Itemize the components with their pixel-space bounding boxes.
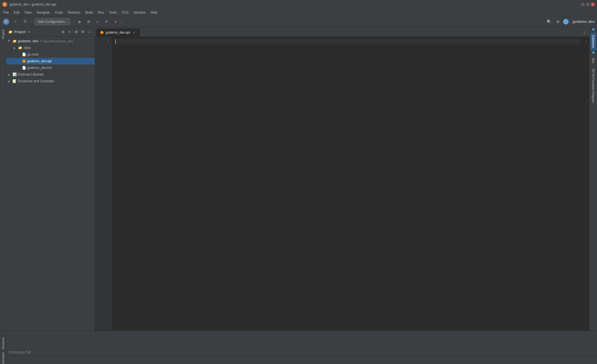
toolbar-sep-2 [73, 19, 73, 24]
ext-libs-arrow: ▶ [7, 73, 11, 76]
title-bar: G godemo_dev - godemo_dev.api — □ ✕ [0, 0, 597, 9]
close-button[interactable]: ✕ [591, 3, 595, 6]
project-side-tab[interactable]: Project [0, 27, 6, 41]
status-text: CSDN 粒&&乃居 [8, 350, 31, 355]
toolbar-sep-1 [32, 19, 32, 24]
menu-bar: File Edit View Navigate Code Refactor Bu… [0, 9, 597, 16]
sidebar-settings-button[interactable]: ⚙ [80, 29, 86, 35]
stop-button[interactable]: ■ [112, 18, 119, 25]
toolbar-sep-3 [122, 19, 122, 24]
right-panel-strip: Database Bito BPVN-Flowable-Diagram [589, 27, 597, 331]
line-numbers: 1 [95, 37, 112, 331]
menu-tools[interactable]: Tools [107, 10, 119, 15]
tabs-more-button[interactable]: ⋮ [581, 29, 588, 36]
tree-item-idea[interactable]: ▶ 📁 .idea [6, 44, 95, 51]
sidebar-tree: ▶ 📁 godemo_dev F:\gocode\godemo_dev ▶ 📁 … [6, 37, 95, 331]
tree-item-external-libs[interactable]: ▶ 📊 External Libraries [6, 71, 95, 78]
ext-libs-label: External Libraries [18, 73, 44, 76]
scratches-label: Scratches and Consoles [18, 79, 54, 83]
menu-run[interactable]: Run [96, 10, 106, 15]
bookmarks-left-strip: Bookmarks [0, 356, 6, 364]
sidebar-locate-button[interactable]: ⊕ [60, 29, 66, 35]
app-logo: G [2, 2, 7, 7]
maximize-button[interactable]: □ [586, 3, 590, 6]
title-bar-controls: — □ ✕ [581, 3, 595, 6]
minimize-button[interactable]: — [581, 3, 585, 6]
gutter-checkmark: ✓ [584, 39, 589, 44]
profile-button[interactable]: ⟳ [103, 18, 110, 25]
tree-item-api[interactable]: ▶ 🔶 godemo_dev.api [6, 58, 95, 64]
editor-area: 🔶 godemo_dev.api ✕ ⋮ 1 ✓ [95, 27, 589, 331]
root-label: godemo_dev [18, 39, 38, 43]
text-cursor [115, 39, 116, 44]
tab-api-icon: 🔶 [100, 31, 104, 34]
main-content: Project 📁 Project ▼ ⊕ ≡ ⊞ ⚙ — ▶ 📁 godemo… [0, 27, 597, 331]
update-button[interactable]: ↻ [21, 18, 29, 26]
bookmarks-strip: Bookmarks [0, 356, 597, 364]
sidebar-collapse-button[interactable]: ≡ [66, 29, 73, 35]
bookmarks-label[interactable]: Bookmarks [0, 350, 6, 364]
menu-view[interactable]: View [22, 10, 34, 15]
gomod-file-icon: 📄 [22, 52, 26, 57]
line-number-1: 1 [107, 39, 109, 44]
menu-file[interactable]: File [1, 10, 11, 15]
left-panel-strip: Project [0, 27, 6, 331]
iml-file-icon: 📄 [22, 66, 26, 70]
scratches-arrow: ▶ [7, 79, 11, 83]
gomod-label: go.mod [27, 53, 38, 56]
api-file-icon: 🔶 [22, 59, 26, 63]
tab-api-label: godemo_dev.api [106, 31, 130, 34]
title-bar-left: G godemo_dev - godemo_dev.api [2, 2, 56, 7]
idea-label: .idea [23, 46, 31, 50]
editor-text-area[interactable] [112, 37, 584, 331]
menu-help[interactable]: Help [148, 10, 160, 15]
bottom-panel: Structure CSDN 粒&&乃居 [0, 331, 597, 356]
cursor-line-1 [115, 39, 580, 44]
run-button[interactable]: ▶ [76, 18, 83, 25]
menu-refactor[interactable]: Refactor [66, 10, 83, 15]
menu-navigate[interactable]: Navigate [34, 10, 52, 15]
sidebar: 📁 Project ▼ ⊕ ≡ ⊞ ⚙ — ▶ 📁 godemo_dev F:\… [6, 27, 95, 331]
tree-item-iml[interactable]: ▶ 📄 godemo_dev.iml [6, 64, 95, 71]
search-button[interactable]: 🔍 [545, 18, 553, 26]
root-path: F:\gocode\godemo_dev [41, 39, 73, 43]
add-configuration-button[interactable]: Add Configuration... [35, 18, 70, 25]
bito-dot [592, 51, 594, 54]
database-tab[interactable]: Database [591, 33, 596, 50]
flowable-tab[interactable]: BPVN-Flowable-Diagram [591, 67, 596, 105]
build-button[interactable]: ⊞ [85, 18, 92, 25]
avatar-icon: U [3, 19, 9, 25]
sidebar-hide-button[interactable]: — [86, 29, 93, 35]
tab-api-close[interactable]: ✕ [132, 30, 136, 35]
ext-libs-icon: 📊 [12, 72, 17, 77]
editor-tabs: 🔶 godemo_dev.api ✕ ⋮ [95, 27, 589, 37]
settings-button[interactable]: ⚙ [554, 18, 562, 26]
editor-tab-api[interactable]: 🔶 godemo_dev.api ✕ [96, 28, 140, 37]
project-label: godemo_dev [573, 19, 595, 24]
menu-code[interactable]: Code [53, 10, 65, 15]
api-label: godemo_dev.api [27, 59, 52, 63]
sidebar-header-title: 📁 Project ▼ [8, 30, 30, 34]
tree-item-scratches[interactable]: ▶ 📝 Scratches and Consoles [6, 78, 95, 84]
editor-content: 1 ✓ [95, 37, 589, 331]
tree-item-root[interactable]: ▶ 📁 godemo_dev F:\gocode\godemo_dev [6, 38, 95, 44]
menu-edit[interactable]: Edit [11, 10, 22, 15]
avatar-button[interactable]: U [2, 18, 10, 26]
window-title: godemo_dev - godemo_dev.api [9, 3, 56, 6]
notification-dot[interactable] [563, 19, 569, 24]
menu-window[interactable]: Window [132, 10, 148, 15]
idea-arrow: ▶ [13, 46, 17, 50]
sidebar-expand-button[interactable]: ⊞ [73, 29, 79, 35]
bottom-content: CSDN 粒&&乃居 [6, 331, 597, 356]
scratches-icon: 📝 [12, 79, 17, 83]
menu-build[interactable]: Build [83, 10, 95, 15]
coverage-button[interactable]: ▷ [94, 18, 101, 25]
editor-gutter-right: ✓ [584, 37, 589, 331]
menu-vcs[interactable]: VCS [120, 10, 131, 15]
tree-item-gomod[interactable]: ▶ 📄 go.mod [6, 51, 95, 58]
structure-label[interactable]: Structure [0, 335, 6, 352]
avatar-dropdown[interactable]: ▼ [12, 18, 19, 26]
idea-folder-icon: 📁 [18, 46, 22, 50]
toolbar-right: 🔍 ⚙ [545, 18, 569, 26]
bito-tab[interactable]: Bito [591, 56, 596, 66]
